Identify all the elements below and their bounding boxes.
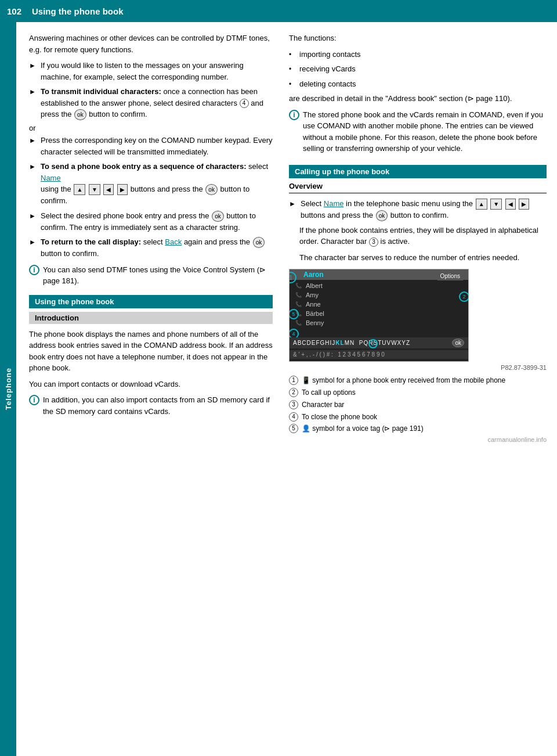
nav-btn-down-r: ▼	[490, 199, 502, 210]
legend-item-4: 4 To close the phone book	[289, 412, 547, 422]
nav-btn-right-4: ▶	[117, 184, 128, 195]
nav-btn-left-4: ◀	[103, 184, 114, 195]
phone-icon-albert: 📞	[295, 283, 303, 289]
bullet-text-5: Select the desired phone book entry and …	[41, 210, 273, 233]
dot-icon-2: •	[289, 64, 296, 74]
info-box-1: i You can also send DTMF tones using the…	[29, 264, 273, 287]
pb-barbel: Bärbel	[306, 310, 324, 317]
pb-name-amy: 📞 Amy	[295, 290, 462, 300]
bullet-item-5: ► Select the desired phone book entry an…	[29, 210, 273, 233]
or-line: or	[29, 124, 273, 132]
dot-icon-3: •	[289, 79, 296, 89]
pb-header-row: Aaron Options	[290, 269, 468, 280]
pb-char-bar: ABCDEFGHIJKLMN PQRSTUVWXYZ ok	[290, 337, 468, 348]
select-if: If the phone book contains entries, they…	[289, 225, 547, 247]
bullet-item-3: ► Press the corresponding key on the COM…	[29, 135, 273, 157]
arrow-icon-6: ►	[29, 237, 38, 247]
bullet-text-2: To transmit individual characters: once …	[41, 86, 273, 120]
pb-name-anne: 📞 Anne	[295, 300, 462, 309]
legend-num-4: 4	[289, 412, 302, 422]
ok-btn-6: ok	[253, 237, 265, 248]
legend-text-3: Character bar	[302, 400, 344, 410]
pb-anne: Anne	[306, 301, 321, 308]
intro-text-2: You can import contacts or download vCar…	[29, 379, 273, 390]
arrow-icon-select: ►	[289, 199, 298, 209]
info-icon-1: i	[29, 265, 39, 275]
legend-item-5: 5 👤 symbol for a voice tag (⊳ page 191)	[289, 424, 547, 434]
pb-highlight-kl: KL	[335, 340, 344, 346]
nav-btn-up-r: ▲	[476, 199, 487, 210]
pb-num-bar: & ' + , . - / ( ) # : 1 2 3 4 5 6 7 8 9 …	[290, 350, 468, 359]
legend-item-3: 3 Character bar	[289, 400, 547, 410]
legend-num-2: 2	[289, 388, 302, 397]
pb-name-albert: 📞 Albert	[295, 281, 462, 290]
pb-albert: Albert	[306, 282, 323, 289]
bullet4-end: buttons and press the	[131, 185, 203, 193]
arrow-icon-5: ►	[29, 211, 38, 221]
circle-3-inline: 3	[369, 237, 378, 247]
legend-num-1: 1	[289, 376, 302, 385]
bullet4-name: Name	[41, 174, 61, 182]
function-1: • importing contacts	[289, 49, 547, 60]
right-info-text-1: The stored phone book and the vCards rem…	[303, 109, 547, 154]
select-rest: in the telephone basic menu using the	[346, 199, 473, 208]
pb-name-benny: 📞 Benny	[295, 318, 462, 327]
legend-circle-5: 5	[289, 424, 298, 433]
function-3: • deleting contacts	[289, 78, 547, 90]
info-box-2: i In addition, you can also import conta…	[29, 394, 273, 417]
overview-label: Overview	[289, 182, 547, 190]
right-column: The functions: • importing contacts • re…	[283, 33, 557, 746]
side-tab-label: Telephone	[4, 368, 13, 410]
right-info-box-1: i The stored phone book and the vCards r…	[289, 109, 547, 154]
phonebook-screenshot: 1 Aaron Options 2 5 📞 Albert 📞	[289, 269, 469, 362]
pb-options-btn: Options	[437, 272, 464, 280]
function-text-3: deleting contacts	[299, 78, 356, 90]
side-tab: Telephone	[0, 22, 16, 756]
select-end: buttons and press the	[301, 211, 373, 219]
select-start: Select	[301, 199, 321, 208]
bullet6-bold: To return to the call display:	[41, 237, 141, 246]
legend-phone-icon: 📱	[302, 376, 310, 384]
info-text-2: In addition, you can also import contact…	[43, 394, 273, 417]
info-icon-2: i	[29, 395, 39, 405]
img-caption: P82.87-3899-31	[289, 364, 547, 371]
header-title: Using the phone book	[32, 6, 124, 16]
pb-circle-3: 3	[368, 339, 378, 348]
pb-amy: Amy	[306, 291, 319, 298]
pb-selected-name: Aaron	[303, 271, 324, 279]
arrow-icon-2: ►	[29, 87, 38, 97]
function-text-2: receiving vCards	[299, 63, 356, 75]
select-bullet: ► Select Name in the telephone basic men…	[289, 198, 547, 221]
bullet4-bold: To send a phone book entry as a sequence…	[41, 162, 246, 171]
nav-btn-right-r: ▶	[519, 199, 529, 210]
bullet-item-2: ► To transmit individual characters: onc…	[29, 86, 273, 120]
watermark: carmanualonline.info	[289, 436, 547, 443]
intro-text-1: The phone book displays the names and ph…	[29, 329, 273, 374]
legend-item-2: 2 To call up options	[289, 388, 547, 398]
left-column: Answering machines or other devices can …	[16, 33, 283, 746]
page-number: 102	[7, 6, 21, 16]
sub-section-introduction: Introduction	[29, 312, 273, 324]
function-2: • receiving vCards	[289, 63, 547, 75]
bullet6-confirm: button to confirm.	[41, 249, 99, 258]
functions-desc: are described in detail in the "Address …	[289, 93, 547, 105]
legend-circle-1: 1	[289, 376, 298, 385]
bullet4-using: using the	[41, 185, 71, 193]
main-content: Answering machines or other devices can …	[16, 22, 557, 756]
nav-btn-left-r: ◀	[505, 199, 516, 210]
phone-icon-amy: 📞	[295, 292, 303, 298]
nav-btn-down-4: ▼	[89, 184, 100, 195]
header-bar: 102 Using the phone book	[0, 0, 557, 22]
bullet6-back: Back	[165, 237, 182, 246]
legend-circle-4: 4	[289, 412, 298, 422]
pb-name-barbel: 📞 Bärbel	[295, 309, 462, 318]
pb-name-list: 📞 Albert 📞 Amy 📞 Anne 📞 Bärbel	[290, 280, 468, 329]
intro-para: Answering machines or other devices can …	[29, 33, 273, 55]
pb-circle-2: 2	[459, 291, 469, 302]
info-text-1: You can also send DTMF tones using the V…	[43, 264, 273, 287]
select-if-text: If the phone book contains entries, they…	[299, 226, 538, 246]
legend-text-2: To call up options	[302, 388, 356, 398]
function-text-1: importing contacts	[299, 49, 361, 60]
bullet6-rest: select	[143, 237, 163, 246]
arrow-icon-3: ►	[29, 135, 38, 146]
